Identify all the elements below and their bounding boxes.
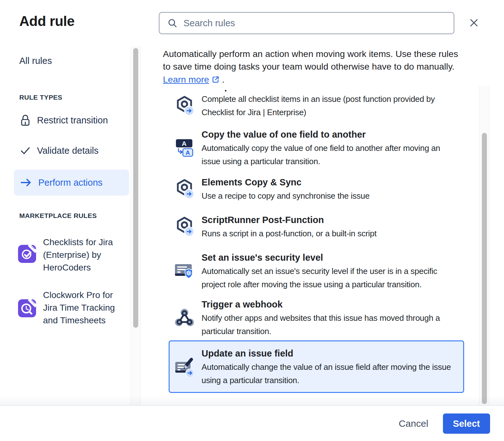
rule-description: Complete all checklist items in an issue… xyxy=(202,92,435,119)
rule-description: Automatically set an issue's security le… xyxy=(202,264,437,291)
addon-hexagon-icon xyxy=(174,216,195,237)
svg-text:A: A xyxy=(186,149,190,156)
rule-description: Runs a script in a post-function, or a b… xyxy=(202,227,376,240)
sidebar-item-label: Validate details xyxy=(37,146,99,156)
sidebar-item-label: Checklists for Jira (Enterprise) by Hero… xyxy=(43,236,113,274)
webhook-icon xyxy=(174,307,195,328)
sidebar-item-all-rules[interactable]: All rules xyxy=(19,56,52,66)
rule-title: Copy the value of one field to another xyxy=(202,127,440,141)
select-button[interactable]: Select xyxy=(443,413,490,434)
security-level-icon xyxy=(174,261,195,281)
rule-types-header: RULE TYPES xyxy=(19,94,62,101)
rule-title: Set an issue's security level xyxy=(202,251,437,264)
content-bottom-divider xyxy=(0,396,504,406)
rule-item-scriptrunner-post-function[interactable]: ScriptRunner Post-Function Runs a script… xyxy=(174,213,469,240)
rule-item-elements-copy-sync[interactable]: Elements Copy & Sync Use a recipe to cop… xyxy=(174,175,469,202)
arrow-right-icon xyxy=(20,177,33,188)
sidebar-item-label: Clockwork Pro for Jira Time Tracking and… xyxy=(43,289,115,327)
rule-item-set-security-level[interactable]: Set an issue's security level Automatica… xyxy=(174,251,469,291)
update-field-icon xyxy=(174,357,195,377)
rules-list: . Complete all checklist items in an iss… xyxy=(163,88,479,406)
rule-description: Notify other apps and websites that this… xyxy=(202,311,440,338)
modal-footer: Cancel Select xyxy=(0,406,504,441)
content-scrollbar-thumb[interactable] xyxy=(482,133,487,404)
search-icon xyxy=(167,18,178,28)
sidebar-scrollbar-thumb[interactable] xyxy=(133,48,138,328)
checklists-app-icon xyxy=(18,245,36,263)
lock-icon xyxy=(19,114,31,127)
marketplace-rules-header: MARKETPLACE RULES xyxy=(19,212,97,220)
rule-item-copy-field-value[interactable]: AA Copy the value of one field to anothe… xyxy=(174,127,469,168)
svg-text:A: A xyxy=(182,140,186,147)
learn-more-link[interactable]: Learn more xyxy=(163,73,209,86)
intro-text: Automatically perform an action when mov… xyxy=(163,49,458,71)
addon-hexagon-icon xyxy=(174,96,195,116)
intro-period: . xyxy=(222,73,225,86)
rule-title: ScriptRunner Post-Function xyxy=(202,213,376,227)
sidebar-item-label: Restrict transition xyxy=(37,115,108,126)
close-icon[interactable] xyxy=(466,15,482,31)
search-input[interactable] xyxy=(183,18,447,29)
intro-paragraph: Automatically perform an action when mov… xyxy=(163,47,482,86)
rule-item-trigger-webhook[interactable]: Trigger a webhook Notify other apps and … xyxy=(174,297,469,338)
rule-title: Elements Copy & Sync xyxy=(202,175,370,189)
sidebar-item-restrict-transition[interactable]: Restrict transition xyxy=(19,113,108,127)
rule-description: Automatically change the value of an iss… xyxy=(202,360,451,387)
sidebar-item-checklists-for-jira[interactable]: Checklists for Jira (Enterprise) by Hero… xyxy=(18,236,113,274)
cancel-button[interactable]: Cancel xyxy=(397,418,430,429)
clockwork-app-icon xyxy=(18,299,36,317)
sidebar-item-perform-actions[interactable]: Perform actions xyxy=(14,170,129,196)
external-link-icon xyxy=(211,75,220,84)
rule-title: Trigger a webhook xyxy=(202,297,440,311)
rule-description: Use a recipe to copy and synchronise the… xyxy=(202,189,370,202)
copy-field-icon: AA xyxy=(174,138,195,158)
search-rules-box xyxy=(159,12,454,34)
rule-item-update-issue-field-selected[interactable]: Update an issue field Automatically chan… xyxy=(169,340,464,393)
sidebar-item-validate-details[interactable]: Validate details xyxy=(19,144,99,158)
page-title: Add rule xyxy=(19,13,74,29)
rule-description: Automatically copy the value of one fiel… xyxy=(202,141,440,168)
sidebar-item-label: Perform actions xyxy=(38,177,103,188)
addon-hexagon-icon xyxy=(174,179,195,199)
rule-item-complete-checklist-items[interactable]: Complete all checklist items in an issue… xyxy=(174,92,469,119)
rule-title: Update an issue field xyxy=(202,346,451,360)
check-icon xyxy=(19,145,31,157)
sidebar-item-clockwork-pro[interactable]: Clockwork Pro for Jira Time Tracking and… xyxy=(18,289,115,327)
